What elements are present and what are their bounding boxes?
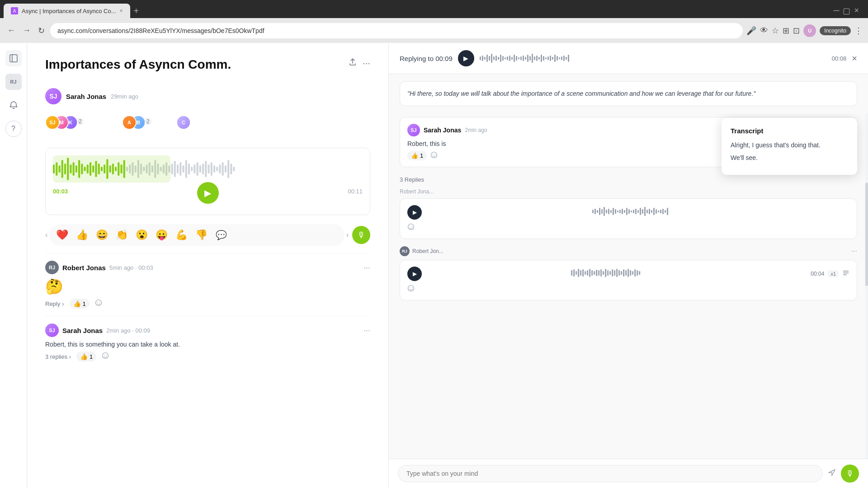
svg-rect-124 [610, 210, 612, 213]
svg-rect-105 [552, 57, 553, 60]
reply-1-reaction[interactable]: 👍 1 [70, 299, 90, 309]
thread-message-2: ▶ [400, 198, 857, 239]
waveform-visual[interactable] [53, 155, 363, 183]
svg-rect-60 [216, 167, 218, 171]
svg-rect-117 [594, 209, 596, 214]
thread-add-reaction-2[interactable] [407, 223, 415, 232]
emoji-flex[interactable]: 💪 [172, 226, 190, 244]
svg-rect-96 [532, 54, 533, 63]
sidebar-bell-icon[interactable] [5, 97, 22, 113]
author-row: SJ Sarah Jonas 29min ago [45, 88, 370, 104]
thread-msg-2-waveform[interactable] [425, 206, 849, 219]
new-tab-button[interactable]: + [130, 6, 143, 16]
minimize-icon[interactable]: ─ [834, 6, 840, 16]
thread-msg-1-reaction[interactable]: 👍 1 [407, 151, 427, 160]
share-button[interactable] [348, 57, 357, 69]
thread-add-reaction-3[interactable] [407, 285, 415, 294]
thread-author-2-initial: RJ [400, 246, 410, 256]
svg-rect-163 [594, 271, 595, 275]
header-duration: 00:08 [832, 55, 847, 62]
sidebar-help-icon[interactable]: ? [5, 121, 22, 137]
thread-msg-2-play-btn[interactable]: ▶ [407, 205, 422, 220]
reply-1-more-btn[interactable]: ··· [363, 263, 370, 272]
emoji-thumbs-down[interactable]: 👎 [192, 226, 210, 244]
chat-icon-btn[interactable]: 💬 [212, 226, 230, 244]
thread-msg-3-play-btn[interactable]: ▶ [407, 267, 422, 281]
header-play-button[interactable]: ▶ [458, 50, 474, 66]
add-reaction-2-btn[interactable] [102, 352, 109, 361]
reply-1-reply-link[interactable]: Reply › [45, 300, 64, 307]
svg-rect-155 [576, 271, 577, 275]
add-reaction-1-btn[interactable] [95, 299, 102, 308]
scrollbar-thumb[interactable] [865, 183, 868, 286]
svg-rect-79 [493, 56, 495, 60]
thread-msg-3-align-btn[interactable] [842, 269, 849, 278]
message-input-bar: 🎙 [389, 459, 868, 488]
emoji-tongue[interactable]: 😛 [152, 226, 170, 244]
emoji-heart[interactable]: ❤️ [53, 226, 71, 244]
svg-rect-170 [609, 271, 611, 275]
microphone-icon[interactable]: 🎤 [746, 26, 756, 36]
emoji-laugh[interactable]: 😄 [93, 226, 111, 244]
refresh-button[interactable]: ↻ [36, 24, 47, 38]
thread-reaction-emoji-1: 👍 [411, 152, 418, 159]
tab-close-btn[interactable]: × [120, 8, 123, 14]
svg-rect-122 [606, 210, 607, 213]
reply-2-replies-count[interactable]: 3 replies › [45, 353, 71, 360]
emoji-scroll-right[interactable]: › [346, 231, 349, 239]
browser-more-icon[interactable]: ⋮ [854, 26, 863, 36]
svg-rect-126 [615, 209, 616, 214]
mic-record-button[interactable]: 🎙 [352, 226, 370, 244]
svg-rect-77 [489, 56, 490, 61]
listener-avatar-4: A [122, 115, 137, 130]
svg-rect-179 [630, 270, 631, 276]
back-button[interactable]: ← [5, 24, 17, 37]
thread-msg-1-avatar: SJ [407, 124, 420, 136]
maximize-icon[interactable]: ▢ [843, 6, 850, 16]
svg-rect-120 [601, 209, 603, 214]
svg-rect-46 [177, 164, 179, 174]
sidebar-panel-icon[interactable] [5, 50, 22, 66]
close-panel-button[interactable]: × [852, 53, 857, 64]
svg-rect-112 [568, 55, 569, 62]
svg-rect-51 [191, 167, 193, 171]
thread-msg-3-more-btn[interactable]: ··· [851, 247, 857, 255]
browser-tab-active[interactable]: A Async | Importances of Asynco Co... × [4, 4, 130, 18]
thread-msg-3-speed[interactable]: x1 [828, 270, 839, 277]
forward-button[interactable]: → [21, 24, 33, 37]
send-button[interactable] [827, 468, 836, 479]
right-panel: Replying to 00:09 ▶ [389, 43, 868, 488]
address-bar[interactable] [50, 23, 743, 38]
message-input[interactable] [398, 465, 823, 482]
emoji-clap[interactable]: 👏 [113, 226, 131, 244]
thread-msg-3-waveform[interactable] [425, 267, 807, 280]
thread-add-reaction-1[interactable] [430, 151, 438, 160]
sidebar-rj-avatar[interactable]: RJ [5, 74, 22, 90]
svg-point-114 [433, 154, 434, 155]
profile-avatar[interactable]: U [803, 24, 816, 37]
svg-rect-137 [640, 208, 641, 215]
star-icon[interactable]: ☆ [772, 26, 779, 36]
emoji-thumbs-up[interactable]: 👍 [73, 226, 91, 244]
svg-rect-78 [491, 54, 492, 63]
play-button-main[interactable]: ▶ [197, 182, 219, 204]
svg-rect-157 [580, 270, 581, 276]
emoji-wow[interactable]: 😮 [132, 226, 151, 244]
close-window-icon[interactable]: × [854, 6, 859, 16]
reply-2-reaction[interactable]: 👍 1 [76, 352, 96, 361]
more-options-button[interactable]: ··· [363, 57, 370, 69]
svg-rect-54 [199, 165, 201, 173]
thread-msg-1-author: Sarah Jonas [424, 127, 461, 134]
reply-2-more-btn[interactable]: ··· [363, 326, 370, 335]
svg-rect-93 [525, 57, 526, 60]
lens-icon[interactable]: 👁 [760, 26, 768, 35]
extensions-icon[interactable]: ⊞ [783, 26, 789, 36]
sidebar-toggle-icon[interactable]: ⊡ [793, 26, 800, 36]
main-time-ago: 29min ago [111, 93, 138, 100]
listeners-group-3: C [176, 115, 199, 131]
svg-rect-128 [619, 210, 621, 213]
svg-rect-181 [634, 269, 636, 277]
svg-rect-98 [536, 56, 538, 61]
mic-send-button[interactable]: 🎙 [841, 465, 859, 483]
emoji-scroll-left[interactable]: ‹ [45, 231, 47, 239]
